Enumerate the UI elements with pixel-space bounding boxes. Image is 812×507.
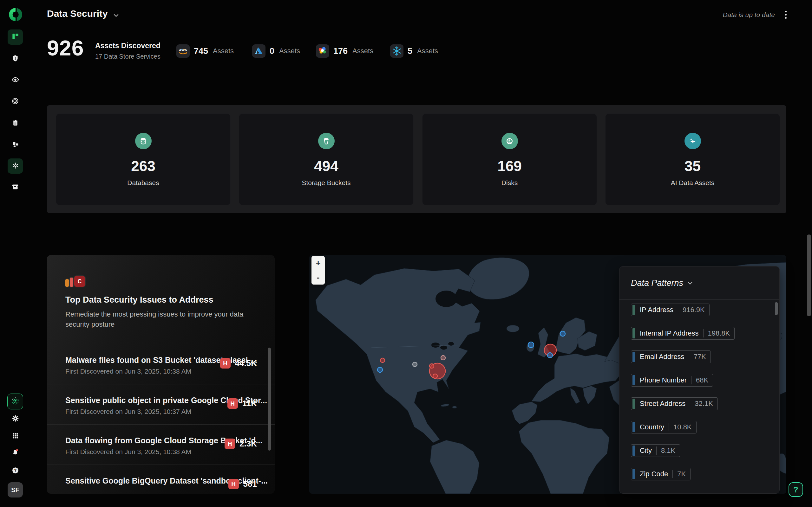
sidebar-item-visibility[interactable]: [8, 72, 23, 88]
assets-total-sublabel: 17 Data Store Services: [95, 53, 160, 60]
provider-stat-gcp: 176 Assets: [316, 44, 373, 58]
chip-color-bar: [632, 352, 635, 362]
sidebar-item-target[interactable]: [8, 94, 23, 109]
card-value: 494: [314, 158, 339, 175]
gear-icon: [11, 414, 19, 424]
issue-discovered: First Discovered on Jun 3, 2025, 10:38 A…: [65, 448, 227, 456]
issue-row[interactable]: Data flowing from Google Cloud Storage B…: [47, 425, 275, 465]
bucket-icon: [318, 133, 335, 149]
chip-count: 32.1K: [690, 400, 717, 408]
provider-suffix: Assets: [417, 47, 438, 55]
data-pattern-chip[interactable]: Phone Number 68K: [631, 374, 713, 387]
chip-label: Internal IP Address: [635, 329, 703, 337]
kebab-menu-icon[interactable]: [783, 9, 789, 20]
data-pattern-chip[interactable]: City 8.1K: [631, 444, 680, 457]
provider-stat-azure: 0 Assets: [252, 44, 300, 58]
sidebar-item-dashboard[interactable]: [8, 30, 23, 45]
card-value: 35: [684, 158, 701, 175]
sidebar-item-archive[interactable]: [8, 180, 23, 195]
data-pattern-chip[interactable]: Street Address 32.1K: [631, 397, 718, 410]
card-value: 169: [497, 158, 522, 175]
card-databases[interactable]: 263 Databases: [56, 113, 231, 205]
data-pattern-chip[interactable]: Zip Code 7K: [631, 468, 691, 481]
issue-title[interactable]: Sensitive Google BigQuery Dataset 'sandb…: [65, 476, 227, 486]
assets-total-label: Assets Discovered: [95, 42, 160, 50]
chip-label: IP Address: [635, 306, 678, 314]
data-patterns-title: Data Patterns: [631, 278, 683, 288]
issue-row[interactable]: Malware files found on S3 Bucket 'datase…: [47, 344, 275, 384]
user-avatar[interactable]: SF: [8, 482, 23, 498]
card-disks[interactable]: 169 Disks: [422, 113, 597, 205]
page-title-dropdown[interactable]: Data Security: [47, 8, 119, 19]
issue-title[interactable]: Sensitive public object in private Googl…: [65, 396, 227, 405]
sidebar-item-apps[interactable]: [8, 429, 23, 444]
map-bubble[interactable]: [441, 355, 445, 360]
data-freshness-status: Data is up to date: [722, 11, 775, 19]
issue-title[interactable]: Data flowing from Google Cloud Storage B…: [65, 436, 227, 445]
map-iberia: [512, 402, 537, 424]
map-bubble[interactable]: [528, 342, 534, 348]
aws-icon: aws: [176, 44, 190, 58]
sidebar-item-help[interactable]: ?: [8, 463, 23, 478]
map-bubble[interactable]: [548, 353, 553, 358]
data-pattern-chip[interactable]: IP Address 916.9K: [631, 303, 710, 316]
assets-total-labels: Assets Discovered 17 Data Store Services: [95, 42, 160, 60]
help-fab-button[interactable]: ?: [789, 482, 803, 497]
help-circle-icon: ?: [11, 466, 19, 475]
data-pattern-chip[interactable]: Internal IP Address 198.8K: [631, 327, 734, 340]
sidebar-item-inventory[interactable]: [8, 137, 23, 153]
blocks-icon: [11, 140, 19, 150]
target-icon: [11, 97, 19, 107]
page-scrollbar[interactable]: [807, 234, 811, 316]
provider-suffix: Assets: [279, 47, 300, 55]
issue-title[interactable]: Malware files found on S3 Bucket 'datase…: [65, 355, 227, 365]
shield-alert-icon: [11, 54, 19, 64]
card-ai-data-assets[interactable]: 35 AI Data Assets: [605, 113, 780, 205]
zoom-in-button[interactable]: +: [311, 256, 325, 270]
chip-label: Phone Number: [635, 376, 691, 384]
ai-sparkle-icon: [684, 133, 701, 149]
chip-color-bar: [632, 446, 635, 456]
apps-grid-icon: [11, 432, 19, 441]
issues-scrollbar[interactable]: [268, 348, 271, 451]
map-scandinavia: [555, 318, 586, 354]
page-title: Data Security: [47, 8, 108, 19]
map-balkans: [583, 386, 597, 404]
disk-icon: [502, 133, 518, 149]
zoom-out-button[interactable]: -: [311, 270, 325, 285]
sidebar-item-ai-assistant[interactable]: [7, 394, 23, 409]
sidebar-item-notifications[interactable]: [8, 446, 23, 461]
data-pattern-chip[interactable]: Country 10.8K: [631, 421, 697, 434]
data-patterns-panel: Data Patterns IP Address 916.9K Internal…: [619, 266, 780, 494]
issue-row[interactable]: Sensitive public object in private Googl…: [47, 384, 275, 425]
issue-discovered: First Discovered on Jun 3, 2025, 10:37 A…: [65, 408, 227, 415]
map-bubble[interactable]: [380, 358, 385, 362]
map-bubble[interactable]: [429, 364, 434, 368]
sidebar-item-data-security[interactable]: [8, 158, 23, 174]
sidebar-item-settings[interactable]: [8, 411, 23, 427]
brand-logo[interactable]: [8, 7, 23, 22]
window-icon: [11, 183, 19, 192]
map-bubble[interactable]: [433, 374, 438, 378]
map-bubble[interactable]: [377, 367, 383, 372]
svg-text:?: ?: [14, 468, 16, 472]
issues-list: Malware files found on S3 Bucket 'datase…: [47, 344, 275, 494]
severity-badge: H: [220, 358, 231, 369]
map-bubble[interactable]: [413, 362, 417, 367]
map-bubble[interactable]: [560, 331, 565, 336]
google-cloud-icon: [316, 44, 329, 58]
patterns-scrollbar[interactable]: [775, 302, 778, 315]
issue-count: 2.3K: [240, 439, 257, 449]
snowflake-icon: [390, 44, 403, 58]
card-label: Databases: [127, 179, 159, 187]
data-patterns-header[interactable]: Data Patterns: [619, 267, 779, 300]
chip-color-bar: [632, 469, 635, 479]
chip-label: Street Address: [635, 400, 690, 408]
issue-row[interactable]: Sensitive Google BigQuery Dataset 'sandb…: [47, 465, 275, 494]
sidebar-item-policies[interactable]: [8, 116, 23, 131]
card-storage-buckets[interactable]: 494 Storage Buckets: [239, 113, 414, 205]
sidebar-item-issues[interactable]: [8, 51, 23, 66]
app-root: ? SF Data Security Data is up to date 92…: [0, 0, 812, 507]
card-label: Storage Buckets: [302, 179, 351, 187]
data-pattern-chip[interactable]: Email Address 77K: [631, 350, 711, 363]
